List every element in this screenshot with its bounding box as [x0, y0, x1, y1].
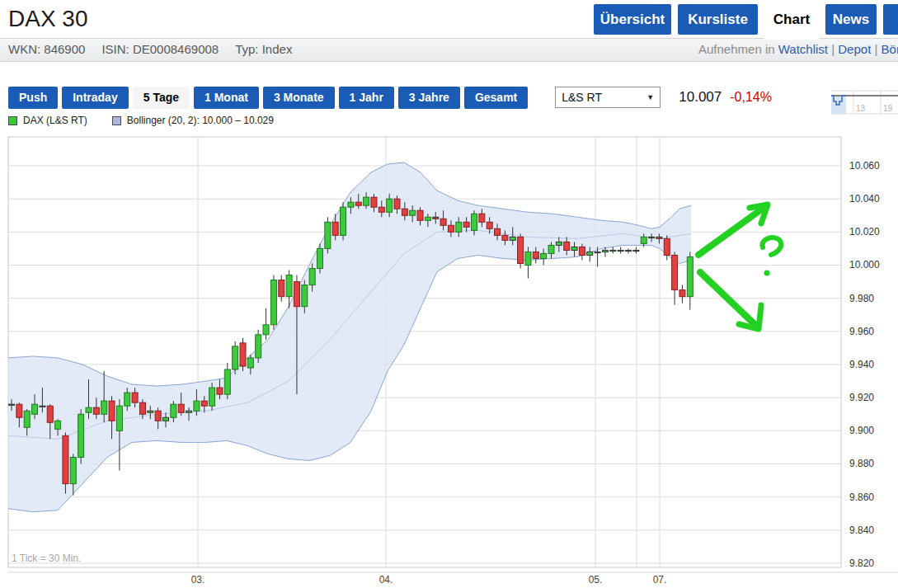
link-watchlist[interactable]: Watchlist [778, 42, 828, 56]
candle [63, 435, 68, 483]
tab-news[interactable]: News [825, 4, 877, 35]
candle [224, 369, 230, 394]
y-axis-label: 9.920 [849, 392, 874, 403]
candle [93, 407, 99, 414]
candle [656, 237, 662, 238]
feed-select[interactable]: L&S RT ▼ [555, 87, 661, 108]
candle [371, 197, 377, 207]
watchlist-actions: Aufnehmen in Watchlist | Depot | Börs [698, 42, 898, 56]
candle [649, 237, 655, 238]
candle [109, 401, 115, 421]
candle [448, 225, 454, 232]
candle [233, 346, 238, 369]
candle [209, 388, 215, 406]
candle [116, 406, 122, 430]
range-button-gesamt[interactable]: Gesamt [464, 87, 528, 109]
tab-chart[interactable]: Chart [764, 4, 820, 40]
link-depot[interactable]: Depot [838, 42, 871, 56]
candle [55, 421, 61, 429]
legend-label: Bollinger (20, 2): 10.000 – 10.029 [127, 115, 274, 126]
instrument-subbar: WKN: 846900ISIN: DE0008469008Typ: Index … [0, 38, 898, 62]
range-button-intraday[interactable]: Intraday [62, 87, 128, 109]
candle [279, 280, 284, 297]
tab-kursliste[interactable]: Kursliste [678, 4, 758, 35]
y-axis-label: 10.060 [849, 160, 880, 172]
candle [548, 245, 554, 253]
tab-f[interactable]: F [883, 4, 898, 35]
candle [479, 214, 485, 222]
candle [86, 407, 92, 412]
current-price: 10.007 [679, 89, 722, 106]
candle [417, 210, 423, 220]
candle [302, 285, 308, 307]
separator: | [828, 42, 838, 56]
candle [595, 252, 600, 252]
typ-label: Typ: Index [235, 42, 292, 56]
candle [510, 237, 515, 240]
candle [194, 401, 200, 411]
y-axis-label: 9.940 [849, 359, 874, 370]
candle [32, 404, 38, 414]
candle [664, 238, 670, 255]
candle [348, 202, 354, 207]
candle [47, 406, 53, 422]
candle [317, 248, 323, 268]
y-axis-label: 9.980 [849, 293, 874, 304]
candle [332, 222, 338, 235]
chart-toolbar: PushIntraday5 Tage1 Monat3 Monate1 Jahr3… [8, 86, 772, 109]
tab-bersicht[interactable]: Übersicht [594, 4, 671, 35]
x-axis-label: 05. [589, 574, 603, 586]
legend-label: DAX (L&S RT) [23, 115, 87, 126]
candle [155, 411, 161, 421]
candle [286, 275, 292, 297]
candle [364, 197, 369, 205]
range-button-1-jahr[interactable]: 1 Jahr [339, 87, 394, 109]
range-button-5-tage[interactable]: 5 Tage [133, 87, 190, 109]
candle [40, 406, 45, 407]
y-axis-label: 9.900 [849, 425, 874, 436]
candle [541, 253, 547, 258]
range-button-3-monate[interactable]: 3 Monate [263, 87, 335, 109]
range-button-push[interactable]: Push [8, 87, 58, 109]
up-arrow [698, 205, 767, 255]
bollinger-band-fill [8, 162, 691, 512]
candle [525, 252, 531, 265]
candle [341, 207, 346, 235]
range-button-1-monat[interactable]: 1 Monat [194, 87, 259, 109]
candle [571, 247, 577, 250]
candle [410, 210, 416, 215]
candle [556, 242, 562, 245]
question-mark-annotation [762, 238, 781, 255]
candle [495, 228, 501, 235]
candle [633, 250, 639, 251]
range-button-3-jahre[interactable]: 3 Jahre [398, 87, 460, 109]
legend-item: DAX (L&S RT) [8, 115, 87, 126]
y-axis-label: 10.000 [849, 259, 880, 270]
range-buttons: PushIntraday5 Tage1 Monat3 Monate1 Jahr3… [8, 87, 532, 109]
y-axis-label: 9.840 [849, 524, 874, 536]
candle [394, 199, 400, 209]
link-börs[interactable]: Börs [882, 42, 898, 56]
candle [171, 404, 176, 417]
x-axis-label: 07. [653, 574, 667, 586]
candle [16, 404, 22, 417]
candle [309, 269, 315, 285]
y-axis-label: 9.880 [849, 458, 874, 469]
candle [518, 237, 524, 263]
candle [9, 404, 15, 405]
candle [425, 217, 430, 220]
candle [672, 255, 678, 289]
candle [626, 250, 632, 251]
candle [641, 237, 646, 243]
candle [502, 235, 508, 240]
candle [472, 214, 477, 230]
candle [148, 411, 153, 412]
mini-axis-label: 19 [883, 104, 893, 113]
legend-swatch-icon [112, 116, 121, 125]
candle [270, 280, 276, 325]
candle [440, 219, 446, 225]
y-axis-label: 10.040 [849, 193, 880, 205]
candle [387, 199, 393, 212]
candle [355, 202, 361, 205]
range-navigator[interactable]: 1319 [831, 84, 898, 120]
